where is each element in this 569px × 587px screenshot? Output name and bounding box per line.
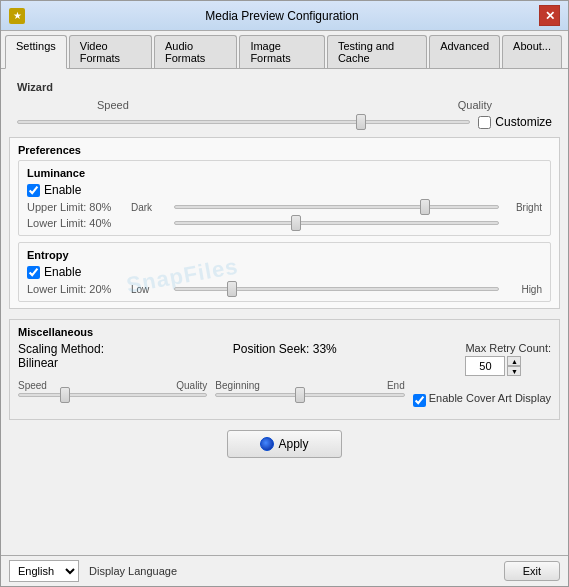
- tab-advanced[interactable]: Advanced: [429, 35, 500, 68]
- wizard-title: Wizard: [17, 81, 552, 93]
- tab-image-formats[interactable]: Image Formats: [239, 35, 325, 68]
- entropy-enable-row: Enable: [27, 265, 542, 279]
- misc-speed-label: Speed: [18, 380, 47, 391]
- language-select[interactable]: English French German Spanish: [9, 560, 79, 582]
- bottom-actions: Apply: [9, 426, 560, 466]
- tab-settings[interactable]: Settings: [5, 35, 67, 69]
- preferences-section: Preferences Luminance Enable Upper Limit…: [9, 137, 560, 309]
- misc-title: Miscellaneous: [18, 326, 551, 338]
- position-label: Position Seek: 33%: [233, 342, 337, 356]
- luminance-enable-row: Enable: [27, 183, 542, 197]
- beginning-end-slider-group: Beginning End: [215, 380, 404, 399]
- retry-group: Max Retry Count: ▲ ▼: [465, 342, 551, 376]
- footer: English French German Spanish Display La…: [1, 555, 568, 586]
- settings-content: Wizard Speed Quality Customize: [1, 69, 568, 555]
- content-wrapper: SnapFiles Wizard Speed Quality: [1, 69, 568, 555]
- main-window: ★ Media Preview Configuration ✕ Settings…: [0, 0, 569, 587]
- misc-end-label: End: [387, 380, 405, 391]
- cover-art-label: Enable Cover Art Display: [429, 392, 551, 404]
- exit-button[interactable]: Exit: [504, 561, 560, 581]
- misc-section: Miscellaneous Scaling Method: Bilinear P…: [9, 319, 560, 420]
- close-button[interactable]: ✕: [539, 5, 560, 26]
- entropy-title: Entropy: [27, 249, 542, 261]
- quality-label: Quality: [458, 99, 492, 111]
- tab-audio-formats[interactable]: Audio Formats: [154, 35, 237, 68]
- speed-label: Speed: [97, 99, 129, 111]
- retry-spinbox[interactable]: [465, 356, 505, 376]
- entropy-section: Entropy Enable Lower Limit: 20% Low High: [18, 242, 551, 302]
- apply-button[interactable]: Apply: [227, 430, 341, 458]
- window-title: Media Preview Configuration: [25, 9, 539, 23]
- cover-art-checkbox[interactable]: [413, 394, 426, 407]
- cover-art-group: Enable Cover Art Display: [413, 392, 551, 407]
- customize-label: Customize: [495, 115, 552, 129]
- misc-quality-label: Quality: [176, 380, 207, 391]
- spinbox-down[interactable]: ▼: [507, 366, 521, 376]
- customize-checkbox[interactable]: [478, 116, 491, 129]
- tab-about[interactable]: About...: [502, 35, 562, 68]
- lower-limit-label: Lower Limit: 40%: [27, 217, 127, 229]
- bright-label: Bright: [507, 202, 542, 213]
- scaling-value: Bilinear: [18, 356, 58, 370]
- luminance-enable-label: Enable: [44, 183, 81, 197]
- low-label: Low: [131, 284, 166, 295]
- tab-video-formats[interactable]: Video Formats: [69, 35, 152, 68]
- tab-bar: Settings Video Formats Audio Formats Ima…: [1, 31, 568, 69]
- apply-label: Apply: [278, 437, 308, 451]
- spinbox-up[interactable]: ▲: [507, 356, 521, 366]
- app-icon: ★: [9, 8, 25, 24]
- preferences-title: Preferences: [18, 144, 551, 156]
- apply-icon: [260, 437, 274, 451]
- entropy-enable-label: Enable: [44, 265, 81, 279]
- spinbox-row: ▲ ▼: [465, 356, 521, 376]
- luminance-section: Luminance Enable Upper Limit: 80% Dark B…: [18, 160, 551, 236]
- entropy-enable-checkbox[interactable]: [27, 266, 40, 279]
- display-lang-label: Display Language: [89, 565, 177, 577]
- upper-limit-label: Upper Limit: 80%: [27, 201, 127, 213]
- wizard-section: Wizard Speed Quality Customize: [9, 77, 560, 131]
- speed-quality-slider-group: Speed Quality: [18, 380, 207, 399]
- entropy-lower-limit-label: Lower Limit: 20%: [27, 283, 127, 295]
- titlebar: ★ Media Preview Configuration ✕: [1, 1, 568, 31]
- luminance-title: Luminance: [27, 167, 542, 179]
- max-retry-label: Max Retry Count:: [465, 342, 551, 354]
- tab-testing-cache[interactable]: Testing and Cache: [327, 35, 427, 68]
- misc-beginning-label: Beginning: [215, 380, 259, 391]
- dark-label: Dark: [131, 202, 166, 213]
- luminance-enable-checkbox[interactable]: [27, 184, 40, 197]
- high-label: High: [507, 284, 542, 295]
- misc-row1: Scaling Method: Bilinear Position Seek: …: [18, 342, 551, 376]
- scaling-label: Scaling Method:: [18, 342, 104, 356]
